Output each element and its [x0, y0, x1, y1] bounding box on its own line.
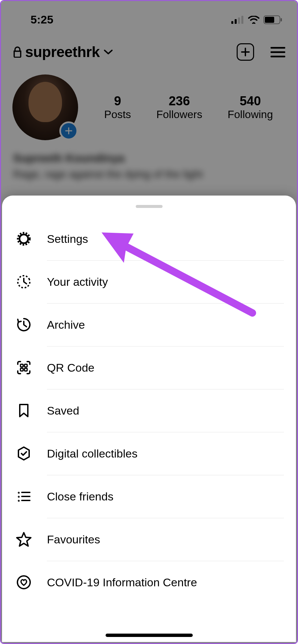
plus-icon: [241, 47, 250, 57]
svg-rect-12: [20, 368, 23, 371]
star-icon: [14, 530, 34, 549]
menu-label: Your activity: [47, 275, 108, 288]
bottom-sheet: Settings Your activity Archive QR Code S…: [2, 196, 296, 642]
sheet-grabber[interactable]: [136, 205, 163, 208]
signal-icon: [231, 16, 244, 24]
add-story-button[interactable]: [59, 121, 78, 140]
stat-followers[interactable]: 236 Followers: [156, 94, 202, 121]
status-bar: 5:25: [1, 1, 297, 30]
menu-label: Saved: [47, 404, 79, 417]
bio-name: Supreeth Koundinya: [13, 152, 285, 165]
svg-rect-11: [24, 364, 27, 367]
stat-following-label: Following: [228, 108, 273, 121]
menu-label: Archive: [47, 318, 85, 331]
svg-rect-10: [20, 364, 23, 367]
menu-label: COVID-19 Information Centre: [47, 576, 197, 589]
status-time: 5:25: [31, 13, 53, 26]
menu-item-qr-code[interactable]: QR Code: [2, 346, 296, 389]
avatar-wrap[interactable]: [12, 74, 78, 140]
gear-icon: [14, 229, 34, 249]
stat-posts[interactable]: 9 Posts: [104, 94, 131, 121]
plus-icon: [65, 127, 73, 135]
svg-rect-6: [281, 18, 282, 21]
username-switcher[interactable]: supreethrk: [25, 44, 100, 60]
chevron-down-icon: [104, 49, 113, 55]
menu-item-covid-info[interactable]: COVID-19 Information Centre: [2, 561, 296, 604]
avatar: [12, 74, 78, 140]
archive-icon: [14, 315, 34, 334]
svg-rect-0: [231, 21, 233, 24]
close-friends-icon: [14, 487, 34, 506]
stat-followers-label: Followers: [156, 108, 202, 121]
create-button[interactable]: [237, 43, 254, 61]
qr-code-icon: [14, 358, 34, 377]
menu-item-digital-collectibles[interactable]: Digital collectibles: [2, 432, 296, 475]
menu-label: Favourites: [47, 533, 100, 546]
stat-posts-label: Posts: [104, 108, 131, 121]
heart-circle-icon: [14, 573, 34, 592]
profile-stats: 9 Posts 236 Followers 540 Following: [1, 68, 297, 144]
wifi-icon: [248, 16, 259, 24]
menu-item-archive[interactable]: Archive: [2, 303, 296, 346]
menu-button[interactable]: [269, 43, 287, 61]
bio-text: Rage, rage against the dying of the ligh…: [13, 168, 285, 180]
activity-icon: [14, 272, 34, 291]
stat-followers-value: 236: [156, 94, 202, 108]
stat-following[interactable]: 540 Following: [228, 94, 273, 121]
hexagon-check-icon: [14, 444, 34, 463]
svg-rect-3: [241, 16, 243, 24]
bookmark-icon: [14, 401, 34, 420]
svg-point-14: [17, 576, 30, 589]
menu-label: Close friends: [47, 490, 113, 503]
menu-list: Settings Your activity Archive QR Code S…: [2, 217, 296, 604]
stat-posts-value: 9: [104, 94, 131, 108]
menu-item-favourites[interactable]: Favourites: [2, 518, 296, 561]
status-icons: [231, 15, 282, 24]
svg-rect-2: [238, 17, 240, 24]
profile-header: supreethrk: [1, 30, 297, 68]
home-indicator[interactable]: [106, 634, 193, 637]
svg-rect-1: [235, 19, 237, 24]
lock-icon: [12, 46, 22, 58]
menu-label: QR Code: [47, 361, 95, 374]
profile-bio: Supreeth Koundinya Rage, rage against th…: [1, 144, 297, 194]
svg-rect-5: [265, 17, 274, 23]
svg-rect-13: [24, 368, 27, 371]
menu-item-close-friends[interactable]: Close friends: [2, 475, 296, 518]
menu-item-saved[interactable]: Saved: [2, 389, 296, 432]
battery-icon: [263, 15, 282, 24]
menu-label: Settings: [47, 232, 88, 246]
menu-item-settings[interactable]: Settings: [2, 217, 296, 260]
svg-point-8: [19, 234, 28, 243]
menu-item-your-activity[interactable]: Your activity: [2, 260, 296, 303]
svg-rect-4: [264, 16, 280, 24]
stat-following-value: 540: [228, 94, 273, 108]
menu-label: Digital collectibles: [47, 447, 137, 460]
